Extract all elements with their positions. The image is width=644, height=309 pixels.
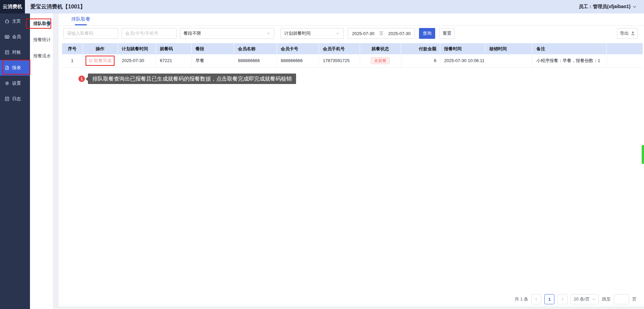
cell-phone: 17873591725 [319, 54, 360, 67]
submenu-item-label: 报餐流水 [33, 53, 51, 59]
col-seq: 序号 [62, 43, 83, 54]
col-status: 就餐状态 [360, 43, 401, 54]
annotation-step-badge: 1 [78, 76, 85, 82]
chevron-left-icon [534, 297, 538, 301]
reconcile-doc-icon [4, 50, 10, 55]
sidebar-item-home[interactable]: 主页 [0, 13, 30, 29]
col-report-time: 报餐时间 [440, 43, 485, 54]
submenu-item-label: 报餐统计 [33, 37, 51, 43]
date-range-picker[interactable]: 2025-07-30 至 2025-07-30 [348, 28, 415, 39]
pickup-table: 序号 操作 计划就餐时间 就餐码 餐段 会员名称 会员卡号 会员手机号 就餐状态… [62, 43, 643, 67]
pickup-code-input[interactable]: 请输入取餐码 [63, 28, 118, 39]
date-separator: 至 [379, 30, 384, 36]
user-menu[interactable]: 员工：管理员(xfjaibao1) [579, 4, 637, 10]
cell-seq: 1 [62, 54, 83, 67]
date-from-value: 2025-07-30 [352, 31, 375, 36]
member-search-placeholder: 会员/卡号/手机号 [125, 30, 158, 36]
chevron-down-icon [592, 297, 596, 301]
cell-remark: 小程序报餐：早餐，报餐份数：1 [532, 54, 606, 67]
floating-widget-tab[interactable] [642, 145, 644, 164]
content-divider [53, 13, 59, 309]
sidebar-item-reconciliation[interactable]: 对账 [0, 45, 30, 60]
prev-page-button[interactable] [531, 294, 541, 304]
cell-empty [606, 54, 643, 67]
chevron-down-icon [633, 5, 637, 9]
export-button-label: 导出 [620, 30, 629, 36]
cell-code: 67221 [156, 54, 191, 67]
page-number-1[interactable]: 1 [544, 294, 554, 304]
cell-report-time: 2025-07-30 10:06:11 [440, 54, 485, 67]
col-segment: 餐段 [191, 43, 234, 54]
ticket-icon [89, 59, 93, 63]
search-button-label: 查询 [423, 30, 431, 36]
table-header-row: 序号 操作 计划就餐时间 就餐码 餐段 会员名称 会员卡号 会员手机号 就餐状态… [62, 43, 643, 54]
member-search-input[interactable]: 会员/卡号/手机号 [122, 28, 176, 39]
page-title: 爱宝云消费机【1001】 [30, 3, 86, 10]
time-type-select[interactable]: 计划就餐时间 [281, 28, 344, 39]
chevron-down-icon [266, 31, 270, 35]
tooltip-arrow-left-icon [86, 77, 88, 81]
col-code: 就餐码 [156, 43, 191, 54]
annotation-box-pickup-complete: 取餐完成 [86, 56, 115, 66]
search-button[interactable]: 查询 [419, 28, 435, 39]
main-content: 排队取餐 请输入取餐码 会员/卡号/手机号 餐段不限 计划就餐时间 2025-0… [59, 13, 644, 309]
page-size-select[interactable]: 20 条/页 [571, 294, 599, 304]
cell-member-name: 888866666 [234, 54, 277, 67]
submenu-item-meal-report-stats[interactable]: 报餐统计 [30, 35, 53, 45]
pagination: 共 1 条 1 20 条/页 跳至 页 [515, 294, 637, 304]
tab-bar: 排队取餐 [59, 13, 644, 26]
primary-sidebar: 主页 会员 对账 报表 设置 日志 [0, 13, 30, 309]
gear-icon [4, 81, 10, 86]
reset-button-label: 重置 [443, 30, 451, 36]
export-upload-icon [631, 31, 635, 36]
col-member-name: 会员名称 [234, 43, 277, 54]
sidebar-item-label: 对账 [12, 49, 21, 55]
bottom-scrollbar-track[interactable] [53, 307, 644, 309]
meal-segment-value: 餐段不限 [184, 30, 201, 36]
pickup-code-placeholder: 请输入取餐码 [67, 30, 93, 36]
jump-to-page-input[interactable] [614, 294, 629, 304]
export-button[interactable]: 导出 [617, 28, 638, 39]
sidebar-item-members[interactable]: 会员 [0, 29, 30, 45]
col-action: 操作 [83, 43, 118, 54]
log-book-icon [4, 96, 10, 102]
status-badge: 未就餐 [371, 57, 390, 64]
sidebar-item-label: 会员 [12, 34, 21, 40]
sidebar-item-logs[interactable]: 日志 [0, 91, 30, 107]
table-row: 1 取餐完成 2025-07-30 67221 早餐 888866666 888… [62, 54, 643, 67]
sidebar-item-label: 设置 [12, 80, 21, 86]
col-verify-time: 核销时间 [485, 43, 532, 54]
sidebar-item-label: 报表 [12, 65, 21, 71]
sidebar-item-label: 日志 [12, 96, 21, 102]
reset-button[interactable]: 重置 [439, 28, 455, 39]
annotation-tooltip: 1 排队取餐查询出已报餐且已生成就餐码的报餐数据，点击取餐完成即完成就餐码核销 [78, 74, 296, 84]
sidebar-item-label: 主页 [12, 18, 21, 24]
tab-queue-pickup[interactable]: 排队取餐 [71, 16, 90, 22]
secondary-sidebar: 排队取餐 报餐统计 报餐流水 [30, 13, 53, 309]
active-indicator-bar [47, 21, 49, 27]
sidebar-item-settings[interactable]: 设置 [0, 76, 30, 91]
submenu-item-queue-pickup[interactable]: 排队取餐 [30, 19, 53, 28]
next-page-button[interactable] [557, 294, 568, 304]
date-to-value: 2025-07-30 [388, 31, 411, 36]
cell-verify-time [485, 54, 532, 67]
pagination-total: 共 1 条 [515, 296, 528, 302]
time-type-value: 计划就餐时间 [284, 30, 311, 36]
home-icon [4, 19, 10, 24]
chevron-down-icon [336, 31, 340, 35]
meal-segment-select[interactable]: 餐段不限 [180, 28, 274, 39]
cell-action: 取餐完成 [83, 54, 118, 67]
submenu-item-meal-report-flow[interactable]: 报餐流水 [30, 51, 53, 61]
col-amount: 付款金额 [401, 43, 440, 54]
pickup-complete-link[interactable]: 取餐完成 [94, 58, 111, 64]
top-bar: 爱宝云消费机【1001】 员工：管理员(xfjaibao1) [25, 0, 644, 13]
col-remark: 备注 [532, 43, 606, 54]
col-phone: 会员手机号 [319, 43, 360, 54]
jump-to-label: 跳至 [602, 296, 611, 302]
cell-amount: 6 [401, 54, 440, 67]
col-card-no: 会员卡号 [277, 43, 319, 54]
col-empty [606, 43, 643, 54]
sidebar-item-reports[interactable]: 报表 [0, 60, 30, 76]
annotation-text: 排队取餐查询出已报餐且已生成就餐码的报餐数据，点击取餐完成即完成就餐码核销 [88, 74, 296, 84]
page-size-value: 20 条/页 [574, 296, 590, 302]
